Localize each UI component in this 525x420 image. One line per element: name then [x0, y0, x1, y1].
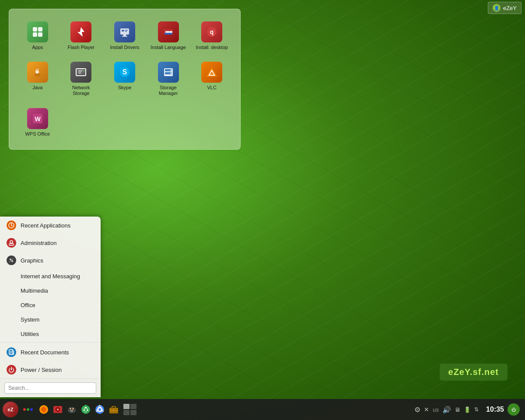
app-item-install-language[interactable]: Install Language [149, 18, 188, 54]
taskbar: eZ [0, 399, 525, 420]
menu-item-graphics[interactable]: Graphics [0, 252, 101, 269]
graphics-label: Graphics [21, 257, 43, 264]
app-item-storage-manager[interactable]: Storage Manager [149, 58, 188, 100]
svg-point-37 [10, 241, 13, 243]
top-bar: 👤 eZeY [484, 0, 525, 16]
install-desktop-icon: q [201, 21, 222, 42]
arrows-tray-icon[interactable]: ⇅ [474, 406, 479, 413]
svg-rect-8 [125, 31, 127, 32]
flash-player-icon [70, 21, 91, 42]
workspace-3[interactable] [123, 410, 130, 415]
recent-apps-icon [7, 220, 16, 230]
dot-blue [30, 408, 33, 411]
app-item-flash-player[interactable]: Flash Player [62, 18, 101, 54]
menu-item-system[interactable]: System [0, 312, 101, 327]
power-session-label: Power / Session [21, 367, 62, 373]
app-grid-popup: Apps Flash Player Install D [9, 9, 241, 150]
svg-rect-6 [122, 30, 124, 32]
language-tray-label[interactable]: us [433, 406, 439, 413]
app-item-java[interactable]: Java [18, 58, 57, 100]
svg-marker-4 [77, 27, 84, 37]
menu-item-recent-applications[interactable]: Recent Applications [0, 217, 101, 234]
svg-point-55 [72, 408, 74, 410]
svg-point-58 [84, 408, 87, 411]
app-item-skype[interactable]: S Skype [105, 58, 144, 100]
wps-office-label: WPS Office [25, 131, 50, 137]
svg-point-54 [70, 408, 71, 410]
vlc-icon [201, 62, 222, 83]
svg-rect-0 [33, 27, 37, 32]
app-item-network-storage[interactable]: Network Storage [62, 58, 101, 100]
app-item-install-drivers[interactable]: Install Drivers [105, 18, 144, 54]
menu-item-administration[interactable]: Administration [0, 234, 101, 252]
svg-rect-38 [9, 244, 14, 245]
taskbar-dots-launcher[interactable] [20, 403, 36, 416]
office-label: Office [7, 302, 35, 308]
start-button[interactable]: eZ [3, 402, 18, 417]
user-menu-button[interactable]: 👤 eZeY [488, 2, 522, 14]
svg-rect-13 [164, 33, 172, 35]
app-item-vlc[interactable]: VLC [192, 58, 231, 100]
menu-item-recent-documents[interactable]: Recent Documents [0, 343, 101, 361]
power-session-icon [7, 365, 16, 374]
workspace-switcher[interactable] [122, 402, 138, 417]
apps-icon [27, 21, 48, 42]
taskbar-chromium-green[interactable] [80, 403, 92, 416]
svg-rect-2 [33, 32, 37, 37]
svg-point-39 [10, 259, 11, 260]
skype-icon: S [114, 62, 135, 83]
taskbar-record[interactable] [52, 403, 64, 416]
taskbar-firefox[interactable] [38, 403, 50, 416]
taskbar-briefcase[interactable] [108, 403, 120, 416]
start-label: eZ [8, 407, 14, 412]
workspace-2[interactable] [130, 404, 136, 409]
battery-tray-icon[interactable]: 🔋 [464, 406, 471, 413]
svg-rect-9 [123, 35, 126, 36]
svg-point-51 [57, 409, 59, 410]
settings-tray-icon[interactable]: ⚙ [414, 406, 420, 414]
app-menu: Recent Applications Administration Graph… [0, 217, 101, 397]
install-language-icon [158, 21, 179, 42]
storage-manager-icon [158, 62, 179, 83]
display-tray-icon[interactable]: 🖥 [455, 406, 460, 413]
taskbar-chrome[interactable] [94, 403, 106, 416]
system-label: System [7, 316, 39, 323]
java-icon [27, 62, 48, 83]
graphics-icon [7, 256, 16, 265]
dots-icon [23, 408, 33, 411]
menu-item-office[interactable]: Office [0, 298, 101, 312]
app-item-apps[interactable]: Apps [18, 18, 57, 54]
workspace-4[interactable] [130, 410, 136, 415]
svg-rect-65 [113, 410, 115, 411]
svg-rect-10 [122, 36, 127, 37]
network-tray-icon[interactable]: ✕ [424, 406, 429, 413]
brand-label: eZeY.sf.net [440, 364, 508, 381]
menu-item-utilities[interactable]: Utilities [0, 327, 101, 341]
menu-search-container [0, 378, 101, 397]
network-storage-label: Network Storage [63, 85, 99, 96]
volume-tray-icon[interactable]: 🔊 [442, 406, 451, 414]
svg-rect-63 [112, 406, 116, 408]
svg-rect-5 [120, 28, 129, 35]
app-item-wps-office[interactable]: W WPS Office [18, 105, 57, 140]
power-button[interactable]: ⏻ [508, 403, 520, 416]
network-storage-icon [70, 62, 91, 83]
taskbar-mask[interactable] [66, 403, 78, 416]
recent-applications-label: Recent Applications [21, 222, 70, 229]
storage-manager-label: Storage Manager [150, 85, 186, 96]
install-desktop-label: Install. desktop [196, 45, 228, 50]
svg-text:S: S [122, 68, 127, 76]
svg-point-29 [170, 70, 172, 71]
search-input[interactable] [4, 382, 96, 394]
flash-player-label: Flash Player [68, 45, 94, 50]
menu-item-multimedia[interactable]: Multimedia [0, 284, 101, 298]
workspace-1[interactable] [123, 404, 130, 409]
vlc-label: VLC [207, 85, 216, 91]
multimedia-label: Multimedia [7, 287, 48, 294]
administration-icon [7, 238, 16, 248]
taskbar-tray: ⚙ ✕ us 🔊 🖥 🔋 ⇅ 10:35 ⏻ [414, 403, 522, 416]
menu-item-power-session[interactable]: Power / Session [0, 361, 101, 378]
menu-item-internet-messaging[interactable]: Internet and Messaging [0, 269, 101, 284]
app-item-install-desktop[interactable]: q Install. desktop [192, 18, 231, 54]
internet-messaging-label: Internet and Messaging [7, 273, 80, 280]
